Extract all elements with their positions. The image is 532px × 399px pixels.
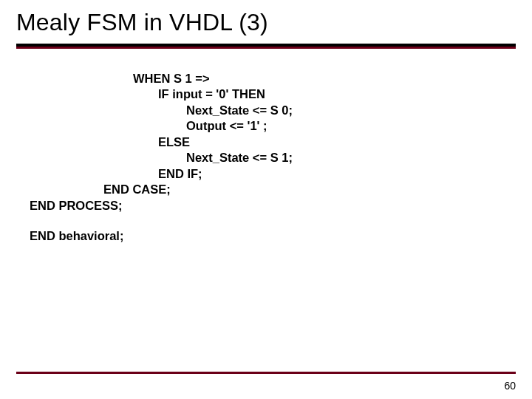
- code-line: Next_State <= S 1;: [30, 150, 532, 166]
- page-number: 60: [504, 380, 516, 392]
- code-line: END IF;: [30, 166, 532, 182]
- code-line: WHEN S 1 =>: [30, 71, 532, 86]
- footer-rule: [16, 372, 516, 374]
- code-line: END CASE;: [30, 182, 532, 197]
- code-line: IF input = '0' THEN: [30, 86, 532, 102]
- code-line: ELSE: [30, 134, 532, 150]
- code-line: END behavioral;: [30, 228, 532, 244]
- code-line: Next_State <= S 0;: [30, 103, 532, 118]
- code-line: END PROCESS;: [30, 198, 532, 214]
- code-block: WHEN S 1 => IF input = '0' THEN Next_Sta…: [0, 49, 532, 244]
- slide-title: Mealy FSM in VHDL (3): [16, 9, 532, 36]
- code-line: Output <= '1' ;: [30, 118, 532, 134]
